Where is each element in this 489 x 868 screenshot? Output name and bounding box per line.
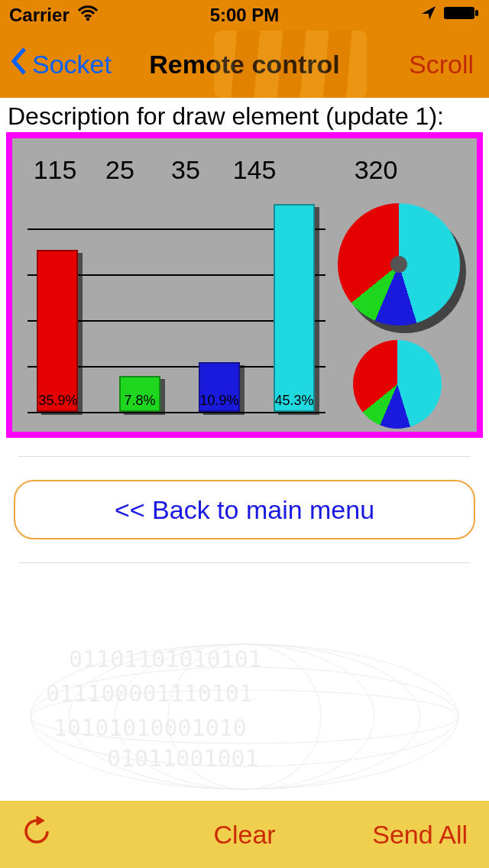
send-all-button[interactable]: Send All [372,820,468,850]
chart-panel: 115 25 35 145 320 35.9% [6,132,483,438]
svg-text:10101010001010: 10101010001010 [53,714,247,741]
value-label-2: 25 [105,155,134,185]
bar-1 [37,250,78,412]
back-label: Socket [32,50,112,79]
scroll-button[interactable]: Scroll [409,50,474,79]
carrier-label: Carrier [9,5,70,26]
svg-point-4 [69,644,420,789]
svg-point-8 [31,690,458,743]
bar-4 [274,204,315,412]
svg-point-5 [115,644,374,789]
bar-label-1: 35.9% [38,393,77,409]
status-left: Carrier [9,5,99,26]
background-decoration: 01101101010101 011100001110101 101010100… [0,633,489,801]
status-bar: Carrier 5:00 PM [0,0,489,31]
svg-text:01101101010101: 01101101010101 [69,646,262,672]
back-to-main-button[interactable]: << Back to main menu [14,480,475,539]
bottom-toolbar: Clear Send All [0,801,489,868]
chevron-left-icon [9,46,29,83]
refresh-icon [21,823,52,852]
description-label: Description for draw element (update 1): [0,99,489,132]
value-label-3: 35 [171,155,200,185]
svg-rect-2 [475,10,478,16]
value-label-1: 115 [34,155,77,185]
back-button[interactable]: Socket [9,46,112,83]
clear-button[interactable]: Clear [213,820,275,849]
wifi-icon [77,5,99,26]
nav-bar: Socket Remote control Scroll [0,31,489,98]
divider [18,562,471,563]
svg-point-7 [31,667,458,766]
bar-label-4: 45.3% [274,393,313,409]
back-to-main-label: << Back to main menu [115,495,374,525]
svg-rect-1 [444,7,474,19]
battery-icon [443,5,480,26]
refresh-button[interactable] [21,816,52,853]
status-right [420,5,480,26]
svg-text:011100001110101: 011100001110101 [46,680,253,707]
divider [18,456,471,457]
svg-point-3 [31,644,458,789]
svg-text:01011001001: 01011001001 [107,745,259,772]
location-icon [420,5,437,26]
bar-chart: 35.9% 7.8% 10.9% 45.3% [28,230,325,413]
content-area: Description for draw element (update 1):… [0,98,489,801]
svg-point-6 [168,644,321,789]
page-title: Remote control [149,50,339,79]
value-label-4: 145 [233,155,277,185]
pie-chart-large [338,203,460,326]
total-label: 320 [355,155,398,185]
pie-chart-small [353,340,442,429]
bar-label-2: 7.8% [124,393,155,409]
svg-point-0 [86,18,89,21]
bar-label-3: 10.9% [199,393,238,409]
